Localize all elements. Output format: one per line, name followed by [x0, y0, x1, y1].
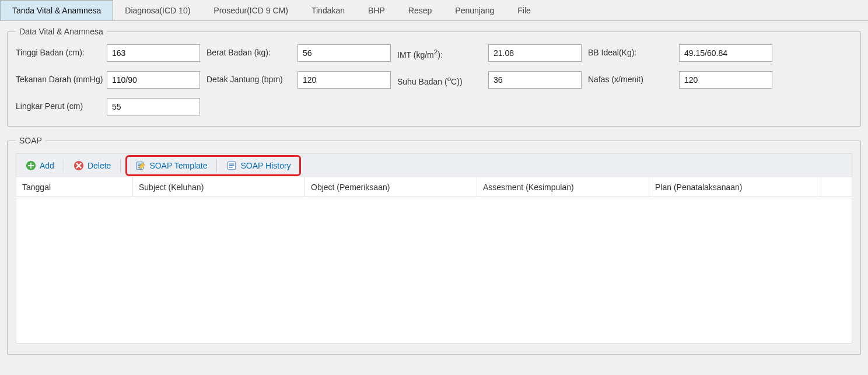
col-tanggal[interactable]: Tanggal [16, 177, 133, 197]
tab-diagnosa[interactable]: Diagnosa(ICD 10) [113, 0, 202, 20]
nafas-label: Nafas (x/menit) [588, 71, 676, 85]
tab-bhp[interactable]: BHP [356, 0, 397, 20]
vitals-fieldset: Data Vital & Anamnesa Tinggi Badan (cm):… [7, 27, 861, 127]
add-button[interactable]: Add [21, 158, 59, 173]
col-object[interactable]: Object (Pemeriksaan) [305, 177, 477, 197]
tab-file[interactable]: File [506, 0, 542, 20]
x-circle-icon [74, 160, 84, 171]
col-plan[interactable]: Plan (Penatalaksanaan) [649, 177, 821, 197]
suhu-label: Suhu Badan (oC)) [397, 71, 485, 87]
vitals-grid: Tinggi Badan (cm): Berat Badan (kg): IMT… [16, 44, 852, 115]
tinggi-label: Tinggi Badan (cm): [16, 44, 103, 58]
tekanan-label: Tekanan Darah (mmHg) [16, 71, 103, 85]
soap-template-button[interactable]: SOAP Template [131, 158, 212, 173]
bbideal-input[interactable] [679, 44, 772, 62]
soap-toolbar: Add Delete [16, 154, 852, 177]
soap-template-label: SOAP Template [149, 161, 207, 170]
tab-prosedur[interactable]: Prosedur(ICD 9 CM) [202, 0, 300, 20]
content-area: Data Vital & Anamnesa Tinggi Badan (cm):… [0, 21, 868, 371]
col-assesment[interactable]: Assesment (Kesimpulan) [477, 177, 649, 197]
detak-input[interactable] [298, 71, 391, 89]
tab-tindakan[interactable]: Tindakan [300, 0, 356, 20]
highlight-box: SOAP Template SOAP History [125, 155, 300, 176]
suhu-input[interactable] [488, 71, 582, 89]
berat-input[interactable] [298, 44, 391, 62]
lingkar-label: Lingkar Perut (cm) [16, 98, 103, 112]
toolbar-separator [120, 159, 121, 172]
tab-penunjang[interactable]: Penunjang [443, 0, 506, 20]
template-icon [135, 160, 146, 171]
berat-label: Berat Badan (kg): [206, 44, 294, 58]
col-spacer [821, 177, 835, 197]
soap-table-body [16, 197, 852, 343]
delete-button[interactable]: Delete [69, 158, 116, 173]
add-label: Add [40, 161, 54, 170]
imt-label: IMT (kg/m2): [397, 44, 485, 60]
soap-box: Add Delete [16, 153, 852, 344]
detak-label: Detak Jantung (bpm) [206, 71, 294, 85]
tinggi-input[interactable] [107, 44, 200, 62]
plus-circle-icon [26, 160, 36, 171]
col-subject[interactable]: Subject (Keluhan) [133, 177, 305, 197]
tab-resep[interactable]: Resep [397, 0, 443, 20]
soap-table-header: Tanggal Subject (Keluhan) Object (Pemeri… [16, 177, 852, 197]
history-icon [226, 160, 237, 171]
delete-label: Delete [88, 161, 111, 170]
soap-history-label: SOAP History [240, 161, 290, 170]
vitals-legend: Data Vital & Anamnesa [16, 27, 107, 36]
soap-fieldset: SOAP Add Delete [7, 136, 861, 355]
imt-input[interactable] [488, 44, 582, 62]
tab-vital[interactable]: Tanda Vital & Anamnesa [0, 0, 113, 20]
soap-history-button[interactable]: SOAP History [222, 158, 295, 173]
lingkar-input[interactable] [107, 98, 200, 115]
tab-bar: Tanda Vital & Anamnesa Diagnosa(ICD 10) … [0, 0, 868, 21]
tekanan-input[interactable] [107, 71, 200, 89]
nafas-input[interactable] [679, 71, 772, 89]
bbideal-label: BB Ideal(Kg): [588, 44, 676, 58]
soap-legend: SOAP [16, 136, 46, 145]
toolbar-separator [64, 159, 64, 172]
toolbar-separator [216, 159, 217, 172]
svg-rect-2 [28, 165, 34, 166]
